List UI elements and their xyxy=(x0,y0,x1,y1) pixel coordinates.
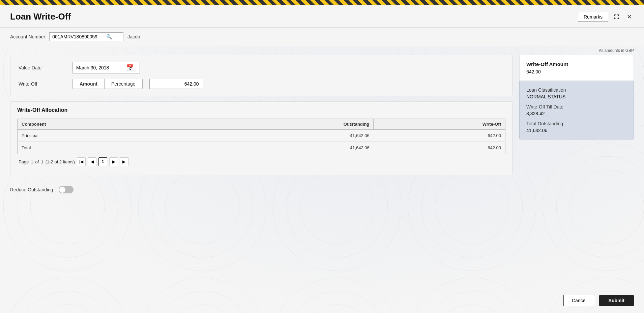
left-panel: Value Date 📅 Write-Off Amount Percentage xyxy=(10,55,513,193)
allocation-section: Write-Off Allocation Component Outstandi… xyxy=(10,101,513,175)
amount-input[interactable] xyxy=(149,79,203,89)
col-header-outstanding: Outstanding xyxy=(237,119,374,130)
total-outstanding-label: Total Outstanding xyxy=(526,121,627,126)
cell-writeoff: 642.00 xyxy=(374,142,505,154)
remarks-button[interactable]: Remarks xyxy=(578,12,608,22)
write-off-till-date-value: 8,328.42 xyxy=(526,111,627,116)
table-row: Principal 41,642.06 642.00 xyxy=(18,130,505,142)
right-panel: Write-Off Amount 642.00 Loan Classificat… xyxy=(519,55,634,193)
reduce-outstanding-toggle[interactable] xyxy=(59,186,74,193)
write-off-amount-value: 642.00 xyxy=(526,69,627,74)
account-name: Jacob xyxy=(127,34,140,39)
account-row: Account Number 🔍 Jacob xyxy=(0,28,644,46)
of-label: of xyxy=(35,159,39,164)
cell-outstanding: 41,642.06 xyxy=(237,142,374,154)
value-date-label: Value Date xyxy=(19,65,72,70)
expand-button[interactable] xyxy=(612,12,621,22)
write-off-toggle-group: Amount Percentage xyxy=(72,79,143,89)
currency-note: All amounts in GBP xyxy=(0,46,644,55)
write-off-amount-card: Write-Off Amount 642.00 xyxy=(519,55,634,81)
pagination: Page 1 of 1 (1-2 of 2 items) |◀ ◀ 1 ▶ ▶| xyxy=(17,154,505,169)
col-header-writeoff: Write-Off xyxy=(374,119,505,130)
close-button[interactable]: ✕ xyxy=(624,12,634,22)
account-label: Account Number xyxy=(10,34,45,39)
allocation-title: Write-Off Allocation xyxy=(17,107,505,113)
next-page-button[interactable]: ▶ xyxy=(109,157,118,166)
write-off-till-date-label: Write-Off Till Date xyxy=(526,104,627,109)
page-number-button[interactable]: 1 xyxy=(98,157,107,166)
write-off-amount-label: Write-Off Amount xyxy=(526,61,627,67)
write-off-till-date-item: Write-Off Till Date 8,328.42 xyxy=(526,104,627,116)
form-section: Value Date 📅 Write-Off Amount Percentage xyxy=(10,55,513,96)
submit-button[interactable]: Submit xyxy=(599,295,634,306)
cell-outstanding: 41,642.06 xyxy=(237,130,374,142)
calendar-icon[interactable]: 📅 xyxy=(126,64,134,71)
bottom-actions: Cancel Submit xyxy=(563,295,634,306)
items-label: (1-2 of 2 items) xyxy=(46,159,75,164)
write-off-row: Write-Off Amount Percentage xyxy=(19,79,504,89)
account-input[interactable] xyxy=(52,34,106,39)
date-input-wrapper: 📅 xyxy=(72,62,140,73)
cell-component: Total xyxy=(18,142,237,154)
cancel-button[interactable]: Cancel xyxy=(563,295,595,306)
write-off-label: Write-Off xyxy=(19,81,72,87)
reduce-outstanding-label: Reduce Outstanding xyxy=(10,187,53,192)
current-page: 1 xyxy=(31,159,33,164)
header-actions: Remarks ✕ xyxy=(578,12,634,22)
amount-toggle-button[interactable]: Amount xyxy=(73,79,105,89)
first-page-button[interactable]: |◀ xyxy=(77,157,86,166)
loan-classification-label: Loan Classification xyxy=(526,87,627,93)
value-date-row: Value Date 📅 xyxy=(19,62,504,73)
total-outstanding-value: 41,642.06 xyxy=(526,128,627,133)
percentage-toggle-button[interactable]: Percentage xyxy=(105,79,142,89)
table-row: Total 41,642.06 642.00 xyxy=(18,142,505,154)
loan-classification-value: NORMAL STATUS xyxy=(526,94,627,99)
allocation-table: Component Outstanding Write-Off Principa… xyxy=(17,119,505,154)
page-label: Page xyxy=(19,159,29,164)
main-content: Value Date 📅 Write-Off Amount Percentage xyxy=(0,55,644,200)
total-outstanding-item: Total Outstanding 41,642.06 xyxy=(526,121,627,133)
account-search-button[interactable]: 🔍 xyxy=(106,34,112,39)
cell-writeoff: 642.00 xyxy=(374,130,505,142)
summary-card-blue: Loan Classification NORMAL STATUS Write-… xyxy=(519,81,634,139)
account-input-wrapper: 🔍 xyxy=(49,32,123,41)
prev-page-button[interactable]: ◀ xyxy=(88,157,96,166)
total-pages: 1 xyxy=(41,159,43,164)
date-input[interactable] xyxy=(76,65,123,70)
loan-classification-item: Loan Classification NORMAL STATUS xyxy=(526,87,627,99)
last-page-button[interactable]: ▶| xyxy=(120,157,129,166)
reduce-outstanding-row: Reduce Outstanding xyxy=(10,181,513,193)
col-header-component: Component xyxy=(18,119,237,130)
cell-component: Principal xyxy=(18,130,237,142)
page-title: Loan Write-Off xyxy=(10,11,71,22)
